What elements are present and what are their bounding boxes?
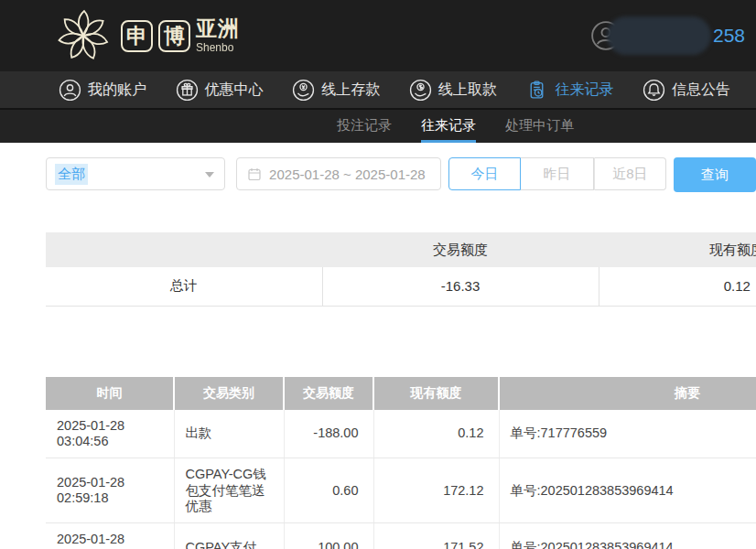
tab-transaction-records[interactable]: 往来记录 (421, 110, 476, 143)
nav-label: 信息公告 (672, 81, 730, 100)
filter-row: 全部 2025-01-28 ~ 2025-01-28 今日 昨日 近8日 查询 (46, 157, 756, 192)
nav-item-online-deposit[interactable]: 线上存款 (292, 79, 380, 102)
category-select[interactable]: 全部 (46, 157, 225, 190)
summary-header-balance: 现有额度 (599, 232, 756, 267)
category-selected-value: 全部 (55, 164, 88, 185)
cell-balance: 171.52 (373, 523, 499, 549)
col-header-summary: 摘要 (499, 377, 756, 410)
brand-subtitle: Shenbo (196, 42, 240, 53)
nav-item-my-account[interactable]: 我的账户 (59, 79, 146, 102)
records-clipboard-icon (525, 79, 548, 102)
nav-label: 往来记录 (555, 81, 613, 100)
cell-summary: 单号:202501283853969414 (499, 458, 756, 523)
last-8-days-button[interactable]: 近8日 (594, 157, 666, 190)
summary-header-row: 交易额度 现有额度 (46, 232, 756, 267)
brand-char-shen: 申 (121, 20, 153, 52)
calendar-icon (247, 167, 262, 181)
cell-trade-amount: -188.00 (284, 410, 373, 458)
sub-navigation: 投注记录 往来记录 处理中订单 (0, 108, 756, 143)
col-header-trade-amount: 交易额度 (284, 377, 373, 410)
table-row: 2025-01-28 03:04:56 出款 -188.00 0.12 单号:7… (46, 410, 756, 458)
nav-label: 线上取款 (438, 81, 497, 100)
account-person-icon (59, 79, 81, 102)
nav-label: 线上存款 (321, 81, 380, 100)
yesterday-button[interactable]: 昨日 (521, 157, 594, 190)
bell-icon (643, 79, 665, 102)
nav-item-transaction-records[interactable]: 往来记录 (525, 79, 613, 102)
app-window: 申 博 亚洲 Shenbo 258 我的账户 (0, 0, 756, 549)
chevron-down-icon (205, 172, 214, 178)
cell-time: 2025-01-28 02:59:18 (46, 523, 174, 549)
col-header-type: 交易类别 (174, 377, 284, 410)
deposit-hand-coin-icon (292, 79, 315, 102)
nav-label: 我的账户 (88, 81, 146, 100)
table-row: 2025-01-28 02:59:18 CGPAY支付 100.00 171.5… (46, 523, 756, 549)
brand-char-bo: 博 (158, 20, 190, 52)
date-range-picker[interactable]: 2025-01-28 ~ 2025-01-28 (236, 157, 441, 190)
user-account-area[interactable]: 258 (590, 16, 745, 55)
quick-range-button-group: 今日 昨日 近8日 (448, 157, 666, 190)
table-row: 2025-01-28 02:59:18 CGPAY-CG钱包支付笔笔送优惠 0.… (46, 458, 756, 523)
username-suffix: 258 (713, 25, 745, 47)
tab-pending-orders[interactable]: 处理中订单 (505, 110, 574, 143)
brand-region-cn: 亚洲 (196, 18, 240, 39)
nav-item-announcements[interactable]: 信息公告 (643, 79, 730, 102)
brand-logo: 申 博 亚洲 Shenbo (51, 6, 240, 65)
nav-label: 优惠中心 (205, 81, 264, 100)
main-navigation: 我的账户 优惠中心 线上存款 (0, 71, 756, 108)
cell-balance: 0.12 (373, 410, 499, 458)
summary-header-empty (46, 232, 322, 267)
nav-item-online-withdraw[interactable]: 线上取款 (409, 79, 497, 102)
date-range-value: 2025-01-28 ~ 2025-01-28 (269, 167, 426, 182)
cell-time: 2025-01-28 03:04:56 (46, 410, 174, 458)
summary-total-label: 总计 (46, 267, 322, 306)
flower-logo-icon (51, 6, 115, 65)
cell-summary: 单号:202501283853969414 (499, 523, 756, 549)
withdraw-hand-coin-icon (409, 79, 432, 102)
top-brand-bar: 申 博 亚洲 Shenbo 258 (0, 0, 756, 71)
gift-icon (176, 79, 199, 102)
cell-balance: 172.12 (373, 458, 499, 523)
username-redacted-blur (607, 16, 711, 55)
col-header-time: 时间 (46, 377, 174, 410)
records-table: 时间 交易类别 交易额度 现有额度 摘要 2025-01-28 03:04:56… (46, 377, 756, 549)
cell-time: 2025-01-28 02:59:18 (46, 458, 174, 523)
nav-item-promotions[interactable]: 优惠中心 (176, 79, 264, 102)
tab-betting-records[interactable]: 投注记录 (337, 110, 392, 143)
summary-total-trade: -16.33 (322, 267, 599, 306)
cell-trade-amount: 100.00 (284, 523, 373, 549)
summary-total-balance: 0.12 (599, 267, 756, 306)
cell-summary: 单号:717776559 (499, 410, 756, 458)
cell-type: CGPAY支付 (174, 523, 284, 549)
col-header-balance: 现有额度 (373, 377, 499, 410)
summary-total-row: 总计 -16.33 0.12 (46, 267, 756, 306)
records-header-row: 时间 交易类别 交易额度 现有额度 摘要 (46, 377, 756, 410)
brand-region: 亚洲 Shenbo (196, 18, 240, 53)
today-button[interactable]: 今日 (448, 157, 521, 190)
summary-header-trade-amount: 交易额度 (322, 232, 599, 267)
search-button[interactable]: 查询 (674, 157, 756, 192)
cell-type: CGPAY-CG钱包支付笔笔送优惠 (174, 458, 284, 523)
summary-table: 交易额度 现有额度 总计 -16.33 0.12 (46, 232, 756, 307)
cell-type: 出款 (174, 410, 284, 458)
cell-trade-amount: 0.60 (284, 458, 373, 523)
